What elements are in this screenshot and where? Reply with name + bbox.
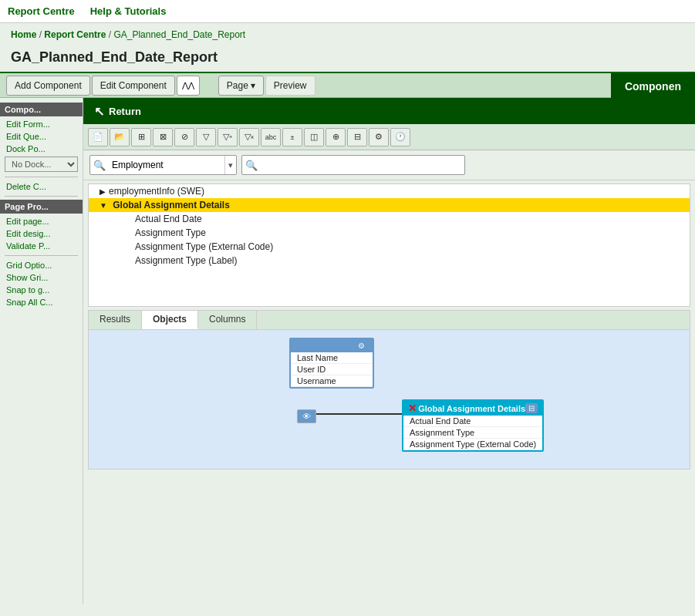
tree-actual-end-date[interactable]: Actual End Date [89,212,690,226]
add-component-button[interactable]: Add Component [6,76,90,96]
tb-grid-button[interactable]: ⊞ [131,128,151,146]
search-box: 🔍 [241,155,465,175]
grid-options-link[interactable]: Grid Optio... [0,259,83,271]
ga-title-label: Global Assignment Details [418,404,525,413]
tb-settings-button[interactable]: ⚙ [369,128,389,146]
dock-dropdown[interactable]: No Dock... [5,157,78,172]
edit-form-link[interactable]: Edit Form... [0,118,83,130]
search-combo-arrow[interactable]: ▾ [224,156,236,174]
tb-add-remove-button[interactable]: ± [282,128,302,146]
person-box-title: ⚙ [291,339,373,352]
cursor-icon: ↖ [94,104,104,119]
breadcrumb-report-centre[interactable]: Report Centre [44,29,106,40]
tb-open-button[interactable]: 📂 [110,128,130,146]
nav-help-tutorials[interactable]: Help & Tutorials [90,5,167,17]
tree-item-label: Global Assignment Details [113,200,230,210]
eye-icon-button[interactable]: 👁 [297,409,316,423]
ga-assignment-type: Assignment Type [403,427,542,439]
tb-filter1-button[interactable]: ▽ [196,128,216,146]
ga-box-title: ✕ Global Assignment Details ⊟ [403,401,542,416]
collapse-button[interactable]: ⋀⋀ [177,76,200,96]
search-row: 🔍 ▾ 🔍 [83,150,695,180]
tree-item-label: employmentInfo (SWE) [109,186,204,197]
search-box-input[interactable] [261,156,461,174]
breadcrumb: Home / Report Centre / GA_Planned_End_Da… [0,23,695,46]
snap-to-grid-link[interactable]: Snap to g... [0,284,83,296]
validate-page-link[interactable]: Validate P... [0,240,83,252]
ga-actual-end-date: Actual End Date [403,416,542,427]
objects-content: ⚙ Last Name User ID Username 👁 ✕ Globa [89,330,690,469]
page-chevron-icon: ▾ [251,80,255,91]
tb-delete-button[interactable]: ⊠ [153,128,173,146]
ga-object-box: ✕ Global Assignment Details ⊟ Actual End… [402,399,544,452]
main-content: Compo... Edit Form... Edit Que... Dock P… [0,98,695,604]
edit-design-link[interactable]: Edit desig... [0,227,83,240]
tree-arrow-icon: ▼ [100,201,107,210]
return-label: Return [109,106,141,117]
breadcrumb-current: GA_Planned_End_Date_Report [113,29,245,40]
action-bar: Add Component Edit Component ⋀⋀ Page ▾ P… [0,72,695,98]
person-last-name: Last Name [291,352,373,364]
left-sidebar: Compo... Edit Form... Edit Que... Dock P… [0,98,83,604]
tb-box-button[interactable]: ◫ [304,128,324,146]
return-bar[interactable]: ↖ Return [83,98,695,124]
search-combo-icon: 🔍 [90,160,109,171]
tree-item-label: Actual End Date [135,214,202,224]
person-object-box: ⚙ Last Name User ID Username [289,338,374,389]
tree-item-label: Assignment Type (External Code) [135,241,273,252]
top-navigation: Report Centre Help & Tutorials [0,0,695,23]
tree-item-label: Assignment Type (Label) [135,255,238,266]
tb-filter2-button[interactable]: ▽+ [218,128,238,146]
edit-page-link[interactable]: Edit page... [0,215,83,227]
tree-area: ▶ employmentInfo (SWE) ▼ Global Assignme… [88,183,690,307]
search-combo: 🔍 ▾ [89,155,237,175]
tb-plus-button[interactable]: ⊕ [326,128,346,146]
search-combo-input[interactable] [109,156,224,174]
edit-component-button[interactable]: Edit Component [92,76,175,96]
ga-close-button[interactable]: ✕ [408,402,417,414]
bottom-section: Results Objects Columns ⚙ Last Name [88,310,690,470]
tab-bar: Results Objects Columns [89,311,690,330]
tree-arrow-icon: ▶ [100,187,106,196]
delete-component-link[interactable]: Delete C... [0,180,83,193]
tb-block-button[interactable]: ⊘ [174,128,194,146]
tab-objects[interactable]: Objects [142,311,198,329]
tab-columns[interactable]: Columns [198,311,257,329]
ga-assignment-type-ext: Assignment Type (External Code) [403,439,542,450]
eye-connector: 👁 [297,409,319,423]
tree-global-assignment[interactable]: ▼ Global Assignment Details [89,198,690,212]
tb-new-button[interactable]: 📄 [88,128,108,146]
tree-assignment-type-label[interactable]: Assignment Type (Label) [89,254,690,268]
tb-filter3-button[interactable]: ▽x [239,128,259,146]
tree-assignment-type[interactable]: Assignment Type [89,226,690,240]
show-grid-link[interactable]: Show Gri... [0,271,83,284]
tree-item-label: Assignment Type [135,227,206,238]
search-box-icon: 🔍 [245,160,258,171]
person-user-id: User ID [291,364,373,375]
snap-all-link[interactable]: Snap All C... [0,296,83,308]
tb-table-button[interactable]: ⊟ [347,128,367,146]
tab-results[interactable]: Results [89,311,142,329]
person-username: Username [291,375,373,387]
ga-settings-icon[interactable]: ⊟ [525,403,538,413]
tb-text-button[interactable]: abc [261,128,281,146]
tree-employment-info[interactable]: ▶ employmentInfo (SWE) [89,184,690,198]
component-header-label: Componen [611,73,695,99]
page-properties-header: Page Pro... [0,200,83,214]
nav-report-centre[interactable]: Report Centre [8,5,75,17]
page-title: GA_Planned_End_Date_Report [0,46,695,72]
right-panel: ↖ Return 📄 📂 ⊞ ⊠ ⊘ ▽ ▽+ ▽x abc ± ◫ ⊕ ⊟ ⚙… [83,98,695,604]
person-settings-icon[interactable]: ⚙ [355,341,368,351]
toolbar: 📄 📂 ⊞ ⊠ ⊘ ▽ ▽+ ▽x abc ± ◫ ⊕ ⊟ ⚙ 🕐 [83,124,695,150]
tree-assignment-type-ext[interactable]: Assignment Type (External Code) [89,240,690,254]
tb-clock-button[interactable]: 🕐 [390,128,410,146]
preview-button[interactable]: Preview [265,76,315,96]
page-button[interactable]: Page ▾ [218,76,264,96]
dock-pos-link[interactable]: Dock Po... [0,143,83,155]
component-section-header: Compo... [0,103,83,116]
breadcrumb-home[interactable]: Home [11,29,36,40]
edit-query-link[interactable]: Edit Que... [0,130,83,143]
